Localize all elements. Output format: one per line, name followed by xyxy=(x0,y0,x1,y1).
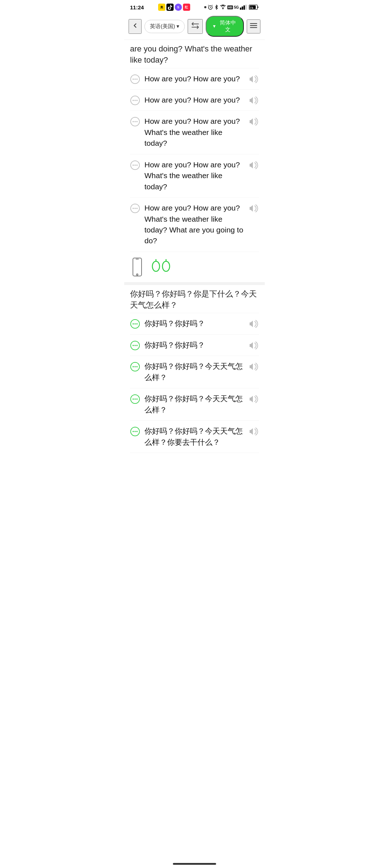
status-bar: 11:24 美 S 红 HD 5G xyxy=(124,0,265,13)
svg-point-22 xyxy=(134,121,136,123)
list-item: How are you? How are you? xyxy=(130,90,259,111)
status-right-icons: HD 5G 73 xyxy=(204,4,259,10)
chat-bubble-icon xyxy=(130,74,140,84)
status-time: 11:24 xyxy=(130,4,144,10)
volume-icon[interactable] xyxy=(249,340,259,351)
chat-bubble-green-icon xyxy=(130,319,140,329)
volume-icon[interactable] xyxy=(249,394,259,404)
english-item-text: How are you? How are you? xyxy=(144,95,245,105)
list-item: 你好吗？你好吗？今天天气怎么样？你要去干什么？ xyxy=(130,421,259,453)
soul-icon: S xyxy=(175,4,182,11)
svg-point-15 xyxy=(137,78,138,80)
list-item: 你好吗？你好吗？ xyxy=(130,335,259,356)
svg-point-26 xyxy=(134,164,136,166)
english-item-text: How are you? How are you? What's the wea… xyxy=(144,159,245,192)
chat-bubble-green-icon xyxy=(130,340,140,351)
svg-point-35 xyxy=(152,261,160,271)
svg-text:73: 73 xyxy=(250,6,253,9)
bluetooth-icon xyxy=(214,4,219,10)
svg-point-17 xyxy=(133,100,134,101)
menu-button[interactable] xyxy=(247,19,260,33)
svg-point-48 xyxy=(133,366,134,368)
svg-point-14 xyxy=(134,78,136,80)
svg-point-25 xyxy=(133,164,134,166)
phone-icon xyxy=(130,258,146,276)
dropdown-icon: ▾ xyxy=(176,23,179,30)
svg-point-34 xyxy=(137,274,138,275)
svg-point-57 xyxy=(134,431,136,432)
toolbar: 英语(美国) ▾ ▼ 简体中文 xyxy=(124,13,265,40)
volume-icon[interactable] xyxy=(249,319,259,329)
svg-rect-1 xyxy=(240,8,241,10)
volume-icon[interactable] xyxy=(249,160,259,170)
target-language-button[interactable]: ▼ 简体中文 xyxy=(206,16,244,37)
swap-language-button[interactable] xyxy=(188,19,203,34)
volume-icon[interactable] xyxy=(249,117,259,127)
chinese-item-text: 你好吗？你好吗？今天天气怎么样？ xyxy=(144,393,245,415)
svg-point-49 xyxy=(134,366,136,368)
svg-rect-5 xyxy=(245,5,247,10)
svg-point-46 xyxy=(137,345,138,346)
chat-bubble-green-icon xyxy=(130,394,140,404)
volume-icon[interactable] xyxy=(249,426,259,437)
chat-bubble-icon xyxy=(130,160,140,170)
svg-point-37 xyxy=(162,261,170,271)
english-partial-item: are you doing? What's the weather like t… xyxy=(130,40,259,68)
tiktok-icon xyxy=(166,4,174,11)
svg-point-30 xyxy=(134,208,136,209)
chinese-partial-item: 你好吗？你好吗？你是下什么？今天天气怎么样？ xyxy=(130,285,259,313)
svg-rect-2 xyxy=(242,6,243,10)
english-item-text: How are you? How are you? xyxy=(144,73,245,84)
earphone-icon xyxy=(152,259,167,275)
svg-point-27 xyxy=(137,164,138,166)
svg-point-18 xyxy=(134,100,136,101)
svg-point-21 xyxy=(133,121,134,123)
volume-icon[interactable] xyxy=(249,362,259,372)
svg-point-40 xyxy=(133,324,134,325)
5g-badge: 5G xyxy=(234,5,239,9)
source-language-label: 英语(美国) xyxy=(150,23,175,30)
wifi-icon xyxy=(220,5,226,10)
chinese-section: 你好吗？你好吗？你是下什么？今天天气怎么样？ 你好吗？你好吗？ xyxy=(124,285,265,453)
device-icons-section xyxy=(124,252,265,282)
meituan-icon: 美 xyxy=(158,4,165,11)
chat-bubble-green-icon xyxy=(130,426,140,437)
svg-point-31 xyxy=(137,208,138,209)
svg-point-13 xyxy=(133,78,134,80)
battery-icon: 73 xyxy=(249,5,259,10)
list-item: 你好吗？你好吗？ xyxy=(130,313,259,334)
svg-rect-32 xyxy=(133,258,142,276)
chinese-item-text: 你好吗？你好吗？ xyxy=(144,318,245,329)
svg-point-41 xyxy=(134,324,136,325)
section-divider xyxy=(124,282,265,285)
target-language-label: 简体中文 xyxy=(219,19,237,33)
list-item: 你好吗？你好吗？今天天气怎么样？ xyxy=(130,388,259,421)
svg-point-44 xyxy=(133,345,134,346)
list-item: How are you? How are you? What's the wea… xyxy=(130,111,259,154)
volume-icon[interactable] xyxy=(249,203,259,213)
status-app-icons: 美 S 红 xyxy=(158,4,190,11)
svg-point-29 xyxy=(133,208,134,209)
back-button[interactable] xyxy=(129,19,142,34)
xiaohongshu-icon: 红 xyxy=(183,4,190,11)
chat-bubble-icon xyxy=(130,203,140,213)
svg-point-42 xyxy=(137,324,138,325)
svg-point-45 xyxy=(134,345,136,346)
volume-icon[interactable] xyxy=(249,95,259,105)
chat-bubble-green-icon xyxy=(130,362,140,372)
chinese-item-text: 你好吗？你好吗？今天天气怎么样？你要去干什么？ xyxy=(144,426,245,448)
svg-point-56 xyxy=(133,431,134,432)
svg-point-19 xyxy=(137,100,138,101)
list-item: How are you? How are you? What's the wea… xyxy=(130,154,259,198)
english-section: are you doing? What's the weather like t… xyxy=(124,40,265,252)
source-language-selector[interactable]: 英语(美国) ▾ xyxy=(144,20,185,33)
english-partial-text: are you doing? What's the weather like t… xyxy=(130,44,252,64)
svg-rect-3 xyxy=(243,5,245,10)
chat-bubble-icon xyxy=(130,95,140,105)
svg-point-58 xyxy=(137,431,138,432)
svg-point-50 xyxy=(137,366,138,368)
english-item-text: How are you? How are you? What's the wea… xyxy=(144,203,245,247)
signal-icon xyxy=(240,5,248,10)
volume-icon[interactable] xyxy=(249,74,259,84)
chinese-item-text: 你好吗？你好吗？ xyxy=(144,340,245,351)
